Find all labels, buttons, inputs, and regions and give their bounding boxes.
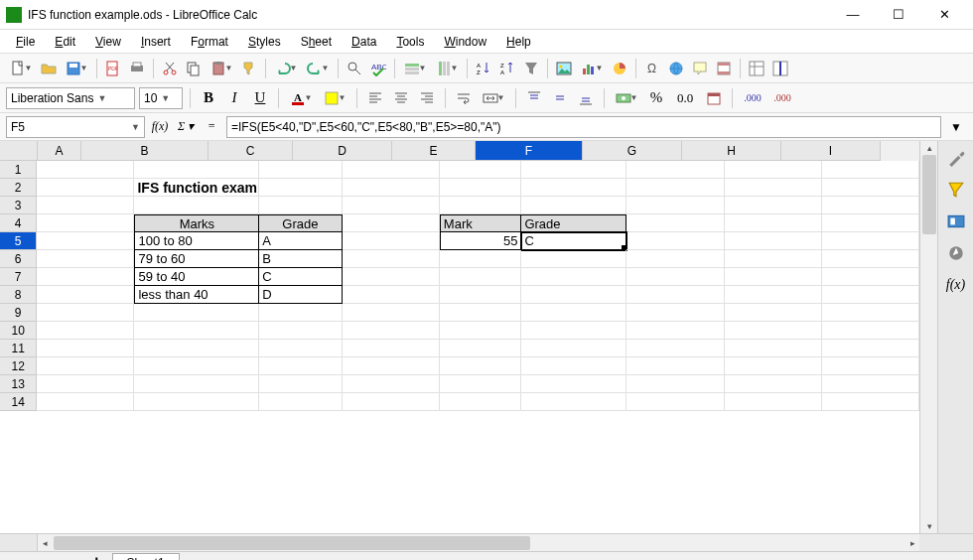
sidebar-properties-icon[interactable] xyxy=(943,145,969,171)
cell[interactable] xyxy=(343,322,440,340)
cell[interactable] xyxy=(343,214,440,232)
cell[interactable]: 100 to 80 xyxy=(134,232,259,250)
cell[interactable]: Marks xyxy=(134,214,259,232)
cell[interactable] xyxy=(37,286,134,304)
cell[interactable] xyxy=(822,375,919,393)
cell[interactable] xyxy=(626,322,724,340)
cell[interactable] xyxy=(134,357,259,375)
row-header-10[interactable]: 10 xyxy=(0,322,37,340)
row-header-7[interactable]: 7 xyxy=(0,268,37,286)
cell[interactable] xyxy=(343,268,440,286)
cell[interactable] xyxy=(440,340,522,357)
cell[interactable]: IFS function example xyxy=(134,179,259,197)
sidebar-gallery-icon[interactable] xyxy=(943,209,969,234)
minimize-button[interactable]: — xyxy=(830,0,876,30)
cell[interactable]: A xyxy=(259,232,342,250)
new-button[interactable]: ▼ xyxy=(6,58,36,79)
cell[interactable] xyxy=(725,304,822,322)
save-button[interactable]: ▼ xyxy=(62,58,91,79)
cell[interactable] xyxy=(259,197,342,214)
cell[interactable] xyxy=(725,232,822,250)
row-header-12[interactable]: 12 xyxy=(0,357,37,375)
cell[interactable] xyxy=(626,268,724,286)
cell[interactable] xyxy=(343,161,440,179)
cell[interactable] xyxy=(725,214,822,232)
row-header-5[interactable]: 5 xyxy=(0,232,37,250)
cell[interactable] xyxy=(343,393,440,411)
formula-expand-button[interactable]: ▼ xyxy=(945,116,967,138)
cell[interactable] xyxy=(343,179,440,197)
menu-window[interactable]: Window xyxy=(436,33,494,51)
cell[interactable] xyxy=(725,179,822,197)
cell[interactable] xyxy=(37,161,134,179)
font-color-button[interactable]: A▼ xyxy=(286,87,316,109)
horizontal-scrollbar[interactable]: ◂ ▸ xyxy=(38,534,919,551)
cell[interactable] xyxy=(626,250,724,268)
cell[interactable] xyxy=(521,375,626,393)
sum-button[interactable]: Σ ▾ xyxy=(175,116,197,138)
cell[interactable]: less than 40 xyxy=(134,286,259,304)
clone-format-button[interactable] xyxy=(238,58,260,79)
align-center-button[interactable] xyxy=(390,87,412,109)
col-header-h[interactable]: H xyxy=(682,141,781,161)
cell[interactable] xyxy=(822,393,919,411)
undo-button[interactable]: ▼ xyxy=(271,58,301,79)
underline-button[interactable]: U xyxy=(249,87,271,109)
sort-desc-button[interactable]: ZA xyxy=(496,58,518,79)
close-button[interactable]: ✕ xyxy=(921,0,967,30)
cell[interactable] xyxy=(440,179,522,197)
cell[interactable] xyxy=(725,375,822,393)
cell[interactable] xyxy=(343,250,440,268)
cell[interactable] xyxy=(259,375,342,393)
cell[interactable] xyxy=(37,375,134,393)
highlight-button[interactable]: ▼ xyxy=(320,87,349,109)
add-sheet-button[interactable]: + xyxy=(91,552,102,560)
cell[interactable] xyxy=(521,268,626,286)
cell[interactable] xyxy=(134,304,259,322)
font-combo[interactable]: Liberation Sans▼ xyxy=(6,87,135,109)
menu-edit[interactable]: Edit xyxy=(47,33,83,51)
sidebar-functions-icon[interactable]: f(x) xyxy=(943,272,969,298)
row-header-8[interactable]: 8 xyxy=(0,286,37,304)
cell[interactable] xyxy=(725,161,822,179)
cell[interactable] xyxy=(37,268,134,286)
cell[interactable] xyxy=(259,179,342,197)
menu-format[interactable]: Format xyxy=(183,33,236,51)
cell[interactable]: 59 to 40 xyxy=(134,268,259,286)
cell[interactable] xyxy=(259,161,342,179)
cell[interactable] xyxy=(822,357,919,375)
cell[interactable]: Grade xyxy=(259,214,342,232)
cell[interactable] xyxy=(521,304,626,322)
cell[interactable] xyxy=(343,232,440,250)
cell[interactable] xyxy=(521,179,626,197)
cell[interactable] xyxy=(822,286,919,304)
cell[interactable] xyxy=(822,197,919,214)
cell[interactable] xyxy=(440,250,522,268)
cell[interactable] xyxy=(521,340,626,357)
size-combo[interactable]: 10▼ xyxy=(139,87,183,109)
menu-styles[interactable]: Styles xyxy=(240,33,289,51)
cell[interactable] xyxy=(134,375,259,393)
cell[interactable] xyxy=(343,357,440,375)
tab-last-button[interactable]: ⏭ xyxy=(66,557,81,561)
row-header-14[interactable]: 14 xyxy=(0,393,37,411)
cell[interactable] xyxy=(37,322,134,340)
sort-asc-button[interactable]: AZ xyxy=(473,58,494,79)
cell[interactable] xyxy=(822,161,919,179)
cell[interactable]: C xyxy=(259,268,342,286)
cell[interactable] xyxy=(822,179,919,197)
maximize-button[interactable]: ☐ xyxy=(876,0,921,30)
col-header-f[interactable]: F xyxy=(476,141,583,161)
cell[interactable] xyxy=(725,197,822,214)
cell[interactable]: Grade xyxy=(521,214,626,232)
cell[interactable] xyxy=(440,197,522,214)
cell[interactable] xyxy=(725,322,822,340)
bold-button[interactable]: B xyxy=(198,87,219,109)
select-all-corner[interactable] xyxy=(0,141,38,161)
cell[interactable] xyxy=(521,250,626,268)
column-button[interactable]: ▼ xyxy=(432,58,462,79)
merge-button[interactable]: ▼ xyxy=(479,87,508,109)
cell[interactable] xyxy=(725,393,822,411)
col-header-d[interactable]: D xyxy=(293,141,392,161)
cell[interactable] xyxy=(626,393,724,411)
